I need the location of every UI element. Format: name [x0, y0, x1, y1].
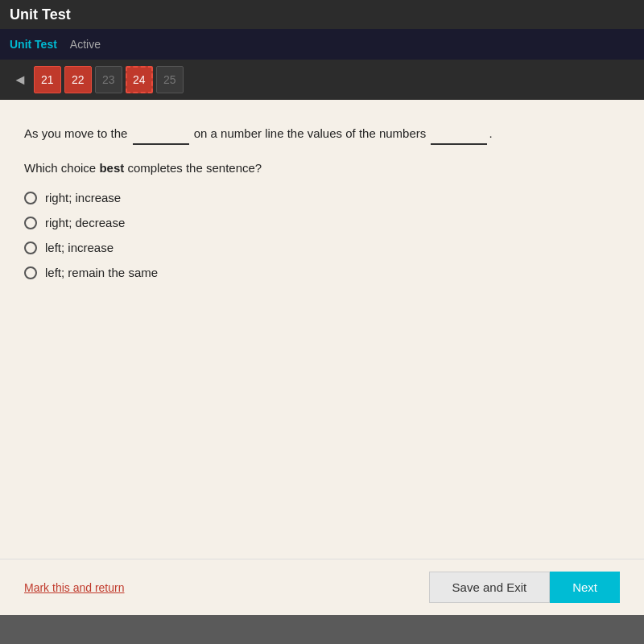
- footer-buttons: Save and Exit Next: [429, 572, 620, 603]
- option-item-2[interactable]: left; increase: [24, 241, 620, 254]
- sub-header: Unit Test Active: [0, 29, 644, 60]
- radio-circle-2: [24, 242, 37, 254]
- question-text-middle: on a number line the values of the numbe…: [194, 126, 427, 140]
- sub-header-title: Unit Test: [10, 38, 57, 51]
- radio-circle-1: [24, 217, 37, 229]
- option-label-0: right; increase: [45, 191, 121, 204]
- save-exit-button[interactable]: Save and Exit: [429, 572, 551, 603]
- question-text-before: As you move to the: [24, 126, 127, 140]
- nav-bar: ◄ 2122232425: [0, 60, 644, 100]
- blank-2: [431, 124, 487, 145]
- instruction-suffix: completes the sentence?: [127, 161, 262, 175]
- nav-arrow-left[interactable]: ◄: [10, 72, 31, 89]
- option-label-1: right; decrease: [45, 216, 125, 229]
- window: Unit Test Unit Test Active ◄ 2122232425 …: [0, 0, 644, 644]
- question-text: As you move to the on a number line the …: [24, 124, 620, 145]
- nav-btn-23: 23: [95, 66, 122, 93]
- instruction-prefix: Which choice: [24, 161, 96, 175]
- option-item-3[interactable]: left; remain the same: [24, 266, 620, 279]
- footer: Mark this and return Save and Exit Next: [0, 559, 644, 615]
- nav-btn-22[interactable]: 22: [64, 66, 92, 93]
- bottom-bar: [0, 615, 644, 644]
- radio-circle-3: [24, 266, 37, 279]
- question-text-end: .: [489, 126, 492, 140]
- sub-header-status: Active: [70, 38, 101, 51]
- nav-btn-25: 25: [156, 66, 184, 93]
- option-label-2: left; increase: [45, 241, 114, 254]
- window-title: Unit Test: [10, 6, 71, 23]
- main-content: As you move to the on a number line the …: [0, 100, 644, 559]
- radio-circle-0: [24, 192, 37, 204]
- option-item-0[interactable]: right; increase: [24, 191, 620, 204]
- mark-return-link[interactable]: Mark this and return: [24, 581, 125, 594]
- option-label-3: left; remain the same: [45, 266, 158, 279]
- nav-btn-21[interactable]: 21: [34, 66, 61, 93]
- title-bar: Unit Test: [0, 0, 644, 29]
- nav-btn-24[interactable]: 24: [126, 66, 153, 93]
- instruction-bold: best: [99, 161, 124, 175]
- blank-1: [133, 124, 189, 145]
- next-button[interactable]: Next: [550, 572, 620, 603]
- instruction-text: Which choice best completes the sentence…: [24, 161, 620, 175]
- options-list: right; increaseright; decreaseleft; incr…: [24, 191, 620, 279]
- option-item-1[interactable]: right; decrease: [24, 216, 620, 229]
